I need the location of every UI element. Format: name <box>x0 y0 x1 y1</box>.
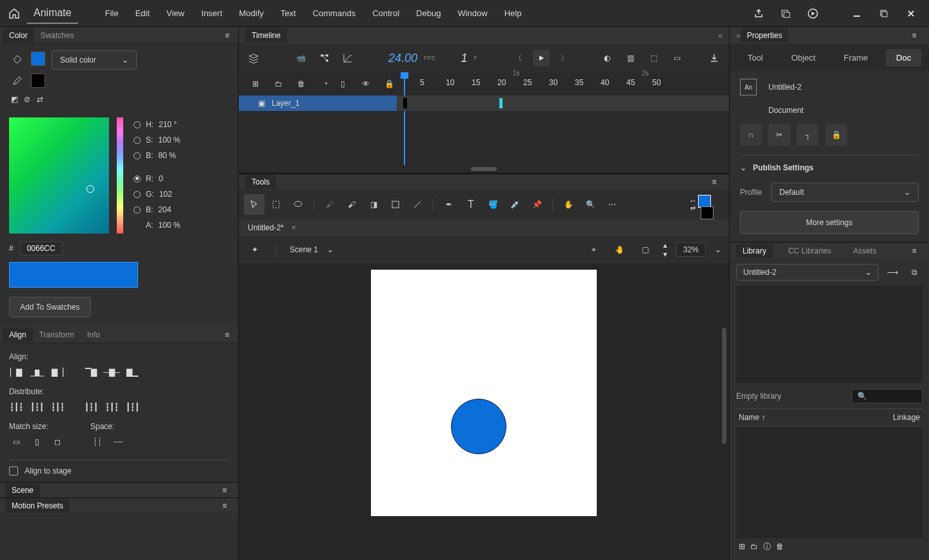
folder-icon[interactable]: 🗀 <box>271 75 286 92</box>
add-layer-icon[interactable]: ⊞ <box>248 75 263 92</box>
panel-menu-icon[interactable]: ≡ <box>906 27 923 44</box>
menu-file[interactable]: File <box>99 5 125 22</box>
onion-icon[interactable]: ◐ <box>599 50 615 66</box>
menu-view[interactable]: View <box>160 5 191 22</box>
prop-tool-tab[interactable]: Tool <box>737 49 774 66</box>
info-tab[interactable]: Info <box>81 328 106 342</box>
camera-icon[interactable]: 📹 <box>293 50 310 66</box>
lock-icon[interactable]: 🔒 <box>381 75 397 92</box>
dist-vcenter-icon[interactable]: ┃┇┃ <box>30 400 44 414</box>
scene-nav-icon[interactable]: ✦ <box>246 241 263 258</box>
timeline-scrollbar[interactable] <box>239 165 729 173</box>
value-r[interactable]: 0 <box>159 174 163 183</box>
prop-object-tab[interactable]: Object <box>781 49 826 66</box>
arrange-icon[interactable] <box>777 6 795 21</box>
zoom-value[interactable]: 32% <box>676 243 706 257</box>
dist-top-icon[interactable]: ┇┃┇ <box>9 400 23 414</box>
more-settings-button[interactable]: More settings <box>740 211 919 234</box>
selection-tool[interactable] <box>244 194 265 215</box>
step-fwd-icon[interactable]: 〉 <box>556 50 573 66</box>
align-tab[interactable]: Align <box>3 328 33 342</box>
library-doc-dropdown[interactable]: Untitled-2⌄ <box>736 264 879 281</box>
visibility-icon[interactable]: 👁 <box>358 75 374 92</box>
stroke-color-tool[interactable] <box>701 206 714 219</box>
app-name[interactable]: Animate <box>27 3 78 24</box>
align-hcenter-icon[interactable]: ⎯▇⎯ <box>30 365 44 379</box>
eyedropper-tool[interactable]: 💉 <box>504 194 525 215</box>
space-h-icon[interactable]: ┈┈ <box>111 435 125 449</box>
menu-control[interactable]: Control <box>366 5 406 22</box>
play-button[interactable] <box>533 50 550 66</box>
trash-icon[interactable]: 🗑 <box>294 75 310 92</box>
rotate-icon[interactable]: 🤚 <box>612 241 628 258</box>
transform-tab[interactable]: Transform <box>33 328 81 342</box>
hue-slider[interactable] <box>117 117 123 234</box>
value-a[interactable]: 100 % <box>158 221 180 230</box>
no-color-icon[interactable]: ⊘ <box>22 94 32 105</box>
fill-swatch[interactable] <box>31 52 45 66</box>
match-width-icon[interactable]: ▭ <box>9 435 23 449</box>
prop-doc-tab[interactable]: Doc <box>886 49 921 66</box>
new-folder-icon[interactable]: 🗀 <box>750 542 758 551</box>
timeline-tab[interactable]: Timeline <box>245 28 287 43</box>
value-h[interactable]: 210 ° <box>159 120 177 129</box>
dist-bottom-icon[interactable]: ┇┃┇ <box>50 400 65 414</box>
zoom-tool[interactable]: 🔍 <box>580 194 601 215</box>
properties-tab[interactable]: Properties <box>741 28 789 43</box>
properties-icon[interactable]: ⓘ <box>763 541 771 552</box>
insert-frame-icon[interactable]: ▭ <box>668 50 685 66</box>
asset-warp-tool[interactable]: 📌 <box>526 194 547 215</box>
lock-doc-icon[interactable]: 🔒 <box>825 124 847 146</box>
col-name[interactable]: Name ↑ <box>739 413 765 422</box>
radio-g[interactable] <box>134 191 141 198</box>
match-height-icon[interactable]: ▯ <box>30 435 44 449</box>
fit-icon[interactable]: ▢ <box>637 241 654 258</box>
scene-name[interactable]: Scene 1 <box>290 245 318 254</box>
value-b[interactable]: 80 % <box>158 151 175 160</box>
bucket-icon[interactable] <box>9 50 26 67</box>
dist-right-icon[interactable]: ┃┇┃ <box>125 400 139 414</box>
stage-circle-shape[interactable] <box>451 399 506 454</box>
free-transform-tool[interactable] <box>266 194 286 215</box>
align-bottom-icon[interactable]: ▇▁ <box>125 365 139 379</box>
layer-row[interactable]: ▣ Layer_1 <box>239 95 729 111</box>
stage-scrollbar[interactable] <box>722 328 726 444</box>
color-type-dropdown[interactable]: Solid color ⌄ <box>52 50 137 70</box>
new-symbol-icon[interactable]: ⊞ <box>739 542 745 551</box>
align-right-icon[interactable]: ▇▕ <box>50 365 65 379</box>
assets-tab[interactable]: Assets <box>846 244 883 258</box>
export-icon[interactable] <box>706 50 723 66</box>
graph-icon[interactable] <box>339 50 356 66</box>
ruler-icon[interactable]: ┐ <box>797 124 819 146</box>
collapse-icon[interactable]: « <box>718 31 723 40</box>
playhead[interactable] <box>404 72 405 95</box>
menu-commands[interactable]: Commands <box>306 5 362 22</box>
share-icon[interactable] <box>750 6 768 21</box>
more-tools[interactable]: ⋯ <box>602 194 623 215</box>
color-field[interactable] <box>9 117 109 234</box>
menu-window[interactable]: Window <box>451 5 494 22</box>
expand-icon[interactable]: » <box>736 31 741 40</box>
radio-s[interactable] <box>134 137 141 144</box>
motion-presets-tab[interactable]: Motion Presets <box>5 499 70 513</box>
scene-dropdown-icon[interactable]: ⌄ <box>327 245 334 254</box>
home-icon[interactable] <box>5 5 23 23</box>
crop-icon[interactable]: ✂ <box>768 124 790 146</box>
window-minimize[interactable] <box>848 6 866 21</box>
doc-name[interactable]: Untitled-2 <box>768 83 801 92</box>
frame-edit-icon[interactable]: ▥ <box>622 50 639 66</box>
snap-icon[interactable]: ∩ <box>740 124 762 146</box>
layers-icon[interactable] <box>245 50 262 66</box>
panel-menu-icon[interactable]: ≡ <box>216 482 233 499</box>
value-g[interactable]: 102 <box>159 190 172 199</box>
value-s[interactable]: 100 % <box>158 135 180 145</box>
fill-color-tool[interactable] <box>698 195 711 208</box>
frame-ruler[interactable]: 5 10 15 20 1s 25 30 35 40 45 2s 50 <box>397 72 729 95</box>
play-icon[interactable] <box>804 6 822 21</box>
library-tab[interactable]: Library <box>736 244 773 258</box>
step-back-icon[interactable]: 〈 <box>510 50 526 66</box>
scene-tab[interactable]: Scene <box>5 483 40 497</box>
radio-b[interactable] <box>134 152 141 159</box>
dist-hcenter-icon[interactable]: ┇┃┇ <box>105 400 119 414</box>
pencil-icon[interactable] <box>9 72 26 89</box>
